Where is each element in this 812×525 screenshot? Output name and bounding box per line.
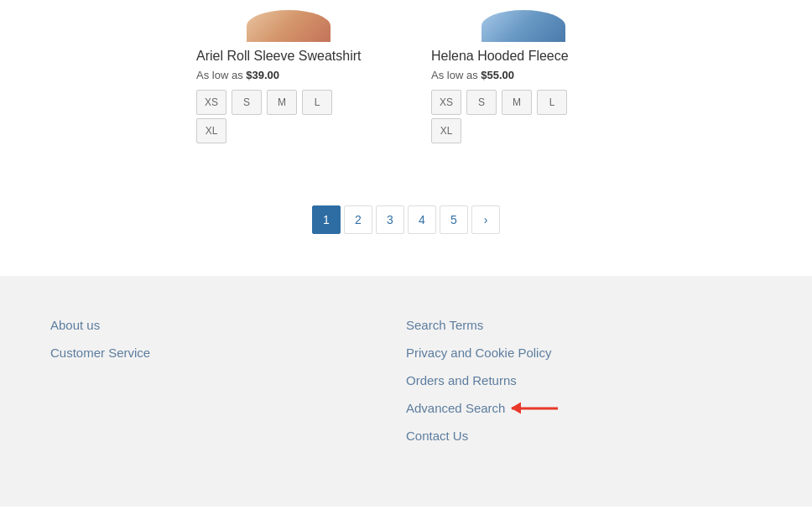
product-name-ariel: Ariel Roll Sleeve Sweatshirt: [196, 49, 362, 64]
size-m-ariel[interactable]: M: [267, 90, 297, 115]
footer-link-privacy-policy[interactable]: Privacy and Cookie Policy: [406, 346, 762, 360]
products-area: Ariel Roll Sleeve Sweatshirt As low as $…: [0, 0, 812, 180]
footer-link-customer-service[interactable]: Customer Service: [50, 346, 406, 360]
page-2[interactable]: 2: [344, 205, 372, 234]
product-card-ariel: Ariel Roll Sleeve Sweatshirt As low as $…: [196, 8, 381, 147]
product-price-ariel: As low as $39.00: [196, 69, 279, 81]
footer-col-1: About us Customer Service: [50, 318, 406, 456]
arrow-annotation: [512, 407, 558, 409]
size-xs-ariel[interactable]: XS: [196, 90, 226, 115]
product-card-helena: Helena Hooded Fleece As low as $55.00 XS…: [431, 8, 616, 147]
page-next[interactable]: ›: [471, 205, 500, 234]
size-buttons-helena-row2: XL: [431, 118, 461, 143]
footer-link-advanced-search[interactable]: Advanced Search: [406, 401, 505, 415]
product-name-helena: Helena Hooded Fleece: [431, 49, 569, 64]
page-4[interactable]: 4: [408, 205, 436, 234]
size-m-helena[interactable]: M: [502, 90, 532, 115]
footer-link-search-terms[interactable]: Search Terms: [406, 318, 762, 332]
product-price-helena: As low as $55.00: [431, 69, 514, 81]
pagination: 1 2 3 4 5 ›: [0, 180, 812, 276]
page-1[interactable]: 1: [312, 205, 341, 234]
size-buttons-ariel: XS S M L: [196, 90, 332, 115]
footer-col-2: Search Terms Privacy and Cookie Policy O…: [406, 318, 762, 456]
size-buttons-helena: XS S M L: [431, 90, 567, 115]
product-image-ariel: [196, 8, 381, 42]
footer: About us Customer Service Search Terms P…: [0, 276, 812, 507]
size-buttons-ariel-row2: XL: [196, 118, 226, 143]
size-l-ariel[interactable]: L: [302, 90, 332, 115]
page-5[interactable]: 5: [440, 205, 468, 234]
size-s-ariel[interactable]: S: [232, 90, 262, 115]
size-s-helena[interactable]: S: [466, 90, 497, 115]
footer-link-about-us[interactable]: About us: [50, 318, 406, 332]
footer-link-contact-us[interactable]: Contact Us: [406, 429, 762, 443]
size-xl-ariel[interactable]: XL: [196, 118, 226, 143]
size-xs-helena[interactable]: XS: [431, 90, 461, 115]
size-xl-helena[interactable]: XL: [431, 118, 461, 143]
product-image-helena: [431, 8, 616, 42]
page-3[interactable]: 3: [376, 205, 404, 234]
footer-link-orders-returns[interactable]: Orders and Returns: [406, 373, 762, 387]
size-l-helena[interactable]: L: [537, 90, 567, 115]
